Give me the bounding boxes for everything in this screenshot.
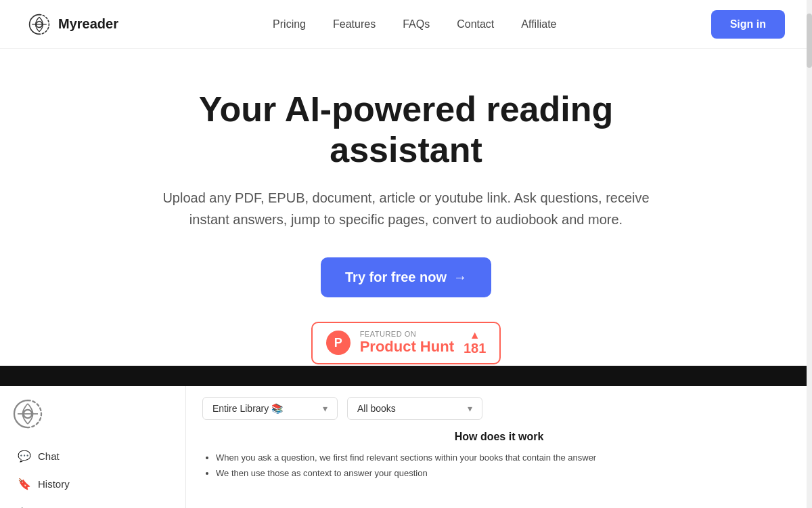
library-dropdown-label: Entire Library 📚 [212, 403, 283, 414]
nav-link-features[interactable]: Features [333, 18, 376, 30]
books-dropdown-arrow: ▾ [468, 403, 472, 414]
navbar: Myreader Pricing Features FAQs Contact A… [0, 0, 812, 49]
product-hunt-text-area: FEATURED ON Product Hunt [360, 330, 454, 356]
ph-featured-on-label: FEATURED ON [360, 330, 417, 338]
sidebar-logo-icon [11, 397, 45, 431]
preview-dropdowns: Entire Library 📚 ▾ All books ▾ [202, 397, 796, 420]
ph-vote-count: 181 [464, 341, 486, 356]
logo-icon [27, 12, 51, 37]
logo-area[interactable]: Myreader [27, 12, 118, 37]
preview-topbar [0, 366, 812, 386]
chat-icon: 💬 [18, 450, 31, 463]
books-dropdown-label: All books [357, 403, 396, 414]
hero-section: Your AI-powered reading assistant Upload… [0, 49, 812, 385]
books-dropdown[interactable]: All books ▾ [347, 397, 482, 420]
sidebar-logo [11, 397, 175, 433]
product-hunt-icon: P [326, 331, 351, 355]
library-dropdown-arrow: ▾ [323, 403, 328, 414]
ph-name: Product Hunt [360, 338, 454, 356]
cta-arrow-icon: → [453, 270, 467, 285]
nav-link-contact[interactable]: Contact [457, 18, 494, 30]
scrollbar-track[interactable] [807, 0, 812, 508]
signin-button[interactable]: Sign in [711, 10, 785, 39]
how-bullet-1: When you ask a question, we first find r… [216, 450, 796, 465]
product-hunt-badge[interactable]: P FEATURED ON Product Hunt ▲ 181 [311, 322, 501, 364]
how-does-it-work-title: How does it work [202, 431, 796, 443]
sidebar-item-history-label: History [38, 478, 70, 490]
nav-links: Pricing Features FAQs Contact Affiliate [273, 18, 556, 30]
hero-subtitle: Upload any PDF, EPUB, document, article … [162, 187, 650, 230]
how-bullet-2: We then use those as context to answer y… [216, 465, 796, 481]
hero-title: Your AI-powered reading assistant [142, 89, 670, 171]
library-dropdown[interactable]: Entire Library 📚 ▾ [202, 397, 338, 420]
sidebar-item-chat[interactable]: 💬 Chat [11, 444, 175, 468]
ph-votes-area: ▲ 181 [464, 330, 486, 356]
history-icon: 🔖 [18, 478, 31, 490]
nav-link-faqs[interactable]: FAQs [403, 18, 430, 30]
logo-text: Myreader [58, 16, 118, 32]
scrollbar-thumb[interactable] [807, 14, 812, 68]
nav-link-affiliate[interactable]: Affiliate [521, 18, 556, 30]
preview-main: Entire Library 📚 ▾ All books ▾ How does … [186, 386, 812, 508]
sidebar-item-chat-label: Chat [38, 450, 60, 462]
sidebar-item-upload[interactable]: ⬆ Upload [11, 500, 175, 508]
sidebar-item-history[interactable]: 🔖 History [11, 472, 175, 496]
upload-icon: ⬆ [18, 505, 26, 508]
preview-section: 💬 Chat 🔖 History ⬆ Upload 📖 Library Enti… [0, 366, 812, 508]
cta-label: Try for free now [345, 270, 447, 285]
preview-sidebar: 💬 Chat 🔖 History ⬆ Upload 📖 Library [0, 386, 186, 508]
preview-content: 💬 Chat 🔖 History ⬆ Upload 📖 Library Enti… [0, 386, 812, 508]
ph-upvote-icon: ▲ [470, 330, 480, 341]
how-it-works-list: When you ask a question, we first find r… [202, 450, 796, 482]
nav-link-pricing[interactable]: Pricing [273, 18, 306, 30]
cta-button[interactable]: Try for free now → [321, 257, 491, 297]
